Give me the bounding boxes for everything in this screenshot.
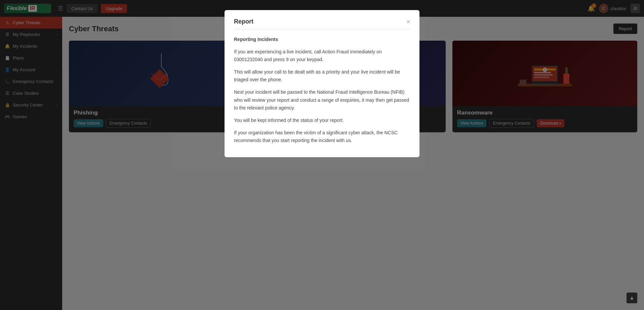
modal-section-title: Reporting Incidents [234,36,410,43]
modal-header: Report × [234,18,410,25]
modal-para-1: If you are experiencing a live incident,… [234,48,410,63]
app-wrapper: Flexible IR ☰ Contact Us Upgrade 🔔 1 C c… [0,0,644,310]
modal-close-button[interactable]: × [406,19,410,25]
modal-body: Reporting Incidents If you are experienc… [234,36,410,144]
modal-para-4: You will be kept informed of the status … [234,117,410,124]
modal-overlay: Report × Reporting Incidents If you are … [0,0,644,310]
report-modal: Report × Reporting Incidents If you are … [225,10,419,157]
modal-para-5: If your organization has been the victim… [234,129,410,144]
modal-divider [234,29,410,30]
modal-para-2: This will allow your call to be dealt wi… [234,68,410,84]
modal-para-3: Next your incident will be passed to the… [234,88,410,112]
modal-title: Report [234,18,253,25]
